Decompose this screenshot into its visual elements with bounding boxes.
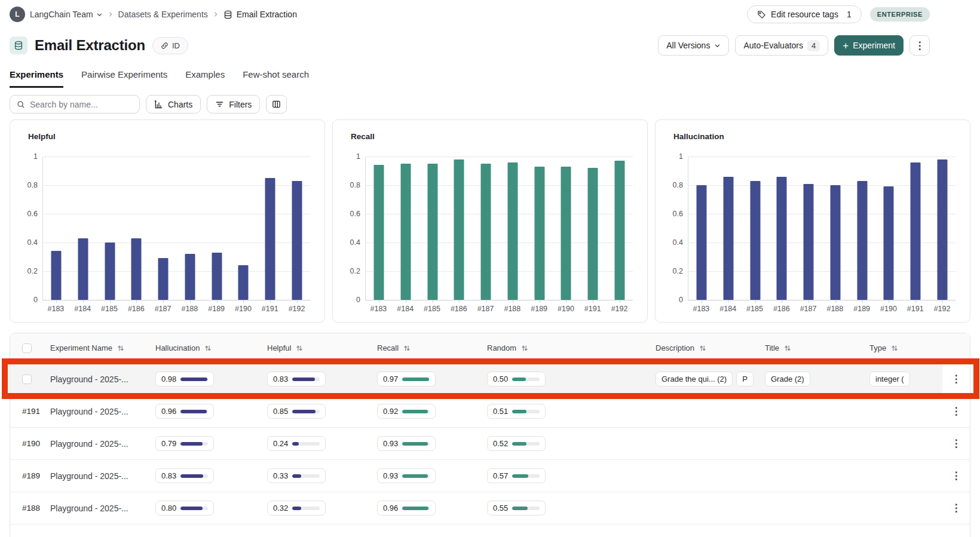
select-all-checkbox[interactable] bbox=[22, 343, 32, 353]
chart-helpful: Helpful 1 0.8 0.6 0.4 0.2 0 bbox=[10, 119, 325, 323]
row-actions-button[interactable]: ⋮ bbox=[942, 395, 970, 427]
breadcrumb-section[interactable]: Datasets & Experiments bbox=[118, 10, 208, 19]
row-actions-button[interactable]: ⋮ bbox=[942, 460, 970, 492]
edit-resource-tags-button[interactable]: Edit resource tags 1 bbox=[747, 5, 862, 23]
columns-icon bbox=[272, 100, 281, 109]
sort-icon[interactable] bbox=[117, 345, 124, 352]
bar-slot bbox=[446, 157, 473, 300]
table-row[interactable]: #189 Playground - 2025-... 0.83 0.33 0.9… bbox=[10, 459, 970, 492]
edit-resource-tags-count: 1 bbox=[847, 10, 852, 19]
columns-button[interactable] bbox=[266, 95, 287, 113]
column-label: Helpful bbox=[267, 343, 291, 352]
sort-icon[interactable] bbox=[521, 345, 528, 352]
column-header-type[interactable]: Type bbox=[869, 343, 942, 352]
column-label: Random bbox=[487, 343, 516, 352]
link-icon bbox=[161, 42, 169, 50]
charts-button[interactable]: Charts bbox=[146, 95, 201, 113]
x-tick: #184 bbox=[392, 305, 419, 313]
sort-icon[interactable] bbox=[891, 345, 898, 352]
x-tick: #188 bbox=[822, 305, 849, 313]
filter-icon bbox=[215, 100, 224, 109]
title-actions: All Versions Auto-Evaluators 4 + Experim… bbox=[658, 35, 930, 56]
search-input[interactable] bbox=[30, 100, 133, 109]
tab-pairwise-experiments[interactable]: Pairwise Experiments bbox=[81, 69, 167, 88]
tab-bar: Experiments Pairwise Experiments Example… bbox=[0, 57, 980, 88]
bar-slot bbox=[553, 157, 580, 300]
column-header-description[interactable]: Description bbox=[656, 343, 765, 352]
row-actions-button[interactable]: ⋮ bbox=[942, 363, 970, 395]
kebab-icon: ⋮ bbox=[951, 503, 961, 513]
column-header-title[interactable]: Title bbox=[765, 343, 869, 352]
versions-dropdown[interactable]: All Versions bbox=[658, 35, 729, 56]
score-helpful: 0.33 bbox=[267, 468, 326, 483]
bar-slot bbox=[606, 157, 633, 300]
bar-slot bbox=[580, 157, 607, 300]
chart-title: Recall bbox=[351, 132, 633, 141]
chart-plot: 1 0.8 0.6 0.4 0.2 0 bbox=[42, 157, 310, 300]
x-tick: #185 bbox=[96, 305, 123, 313]
charts-label: Charts bbox=[168, 100, 192, 109]
table-row[interactable]: Playground - 2025-... 0.98 0.83 0.97 0.5… bbox=[10, 363, 970, 395]
experiment-name[interactable]: Playground - 2025-... bbox=[50, 439, 155, 449]
x-axis-labels: #183 #184 #185 #186 #187 #188 #189 #190 … bbox=[365, 305, 633, 313]
column-header-hallucination[interactable]: Hallucination bbox=[155, 343, 267, 352]
table-row[interactable]: #188 Playground - 2025-... 0.80 0.32 0.9… bbox=[10, 492, 970, 524]
table-row[interactable]: #190 Playground - 2025-... 0.79 0.24 0.9… bbox=[10, 427, 970, 459]
experiment-name[interactable]: Playground - 2025-... bbox=[50, 375, 155, 384]
y-tick: 0.6 bbox=[663, 210, 683, 218]
sort-icon[interactable] bbox=[699, 345, 706, 352]
breadcrumb-team-selector[interactable]: LangChain Team bbox=[30, 10, 103, 19]
page-overflow-menu-button[interactable]: ⋮ bbox=[909, 35, 930, 56]
copy-id-button[interactable]: ID bbox=[152, 37, 188, 54]
sort-icon[interactable] bbox=[403, 345, 411, 352]
kebab-icon: ⋮ bbox=[951, 471, 961, 481]
breadcrumb-team-label: LangChain Team bbox=[30, 10, 93, 19]
row-actions-button[interactable]: ⋮ bbox=[942, 492, 970, 524]
score-random: 0.55 bbox=[487, 501, 546, 515]
bar-slot bbox=[929, 157, 956, 300]
y-tick: 0.4 bbox=[17, 238, 38, 247]
tab-few-shot-search[interactable]: Few-shot search bbox=[243, 69, 309, 88]
x-tick: #190 bbox=[875, 305, 902, 313]
x-tick: #192 bbox=[606, 305, 633, 313]
column-header-random[interactable]: Random bbox=[487, 343, 656, 352]
sort-icon[interactable] bbox=[296, 345, 303, 352]
column-header-experiment-name[interactable]: Experiment Name bbox=[50, 343, 155, 352]
sort-icon[interactable] bbox=[784, 345, 791, 352]
x-tick: #184 bbox=[715, 305, 742, 313]
chevron-down-icon bbox=[96, 11, 103, 18]
score-helpful: 0.83 bbox=[267, 372, 326, 386]
bar-slot bbox=[150, 157, 177, 300]
auto-evaluators-button[interactable]: Auto-Evaluators 4 bbox=[735, 35, 828, 56]
row-checkbox[interactable] bbox=[22, 375, 32, 384]
sort-icon[interactable] bbox=[204, 345, 212, 352]
experiment-name[interactable]: Playground - 2025-... bbox=[50, 504, 155, 513]
column-header-recall[interactable]: Recall bbox=[377, 343, 487, 352]
y-tick: 0.8 bbox=[17, 181, 38, 189]
score-hallucination: 0.80 bbox=[155, 501, 214, 515]
search-box[interactable] bbox=[10, 95, 140, 113]
y-tick: 0.8 bbox=[340, 181, 360, 189]
filters-button[interactable]: Filters bbox=[207, 95, 260, 113]
table-row[interactable]: #191 Playground - 2025-... 0.96 0.85 0.9… bbox=[10, 395, 970, 427]
row-actions-button[interactable]: ⋮ bbox=[942, 428, 970, 459]
bar-slot bbox=[768, 157, 795, 300]
x-tick: #187 bbox=[472, 305, 499, 313]
y-tick: 0 bbox=[340, 296, 360, 304]
chart-recall: Recall 1 0.8 0.6 0.4 0.2 0 bbox=[332, 119, 648, 323]
column-header-helpful[interactable]: Helpful bbox=[267, 343, 377, 352]
bar-slot bbox=[902, 157, 929, 300]
score-helpful: 0.24 bbox=[267, 436, 326, 451]
experiment-name[interactable]: Playground - 2025-... bbox=[50, 471, 155, 481]
top-bar: L LangChain Team Datasets & Experiments … bbox=[0, 0, 980, 29]
experiment-name[interactable]: Playground - 2025-... bbox=[50, 407, 155, 416]
new-experiment-button[interactable]: + Experiment bbox=[834, 35, 904, 56]
column-label: Type bbox=[869, 343, 886, 352]
column-label: Description bbox=[656, 343, 694, 352]
tab-experiments[interactable]: Experiments bbox=[10, 69, 63, 88]
score-hallucination: 0.96 bbox=[155, 404, 214, 419]
score-random: 0.50 bbox=[487, 372, 546, 386]
x-tick: #192 bbox=[929, 305, 956, 313]
bar-slot bbox=[795, 157, 822, 300]
tab-examples[interactable]: Examples bbox=[185, 69, 225, 88]
